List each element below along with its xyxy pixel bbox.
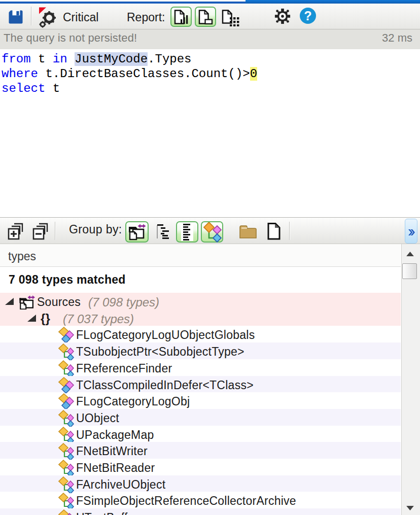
svg-text:?: ? [304, 9, 311, 23]
